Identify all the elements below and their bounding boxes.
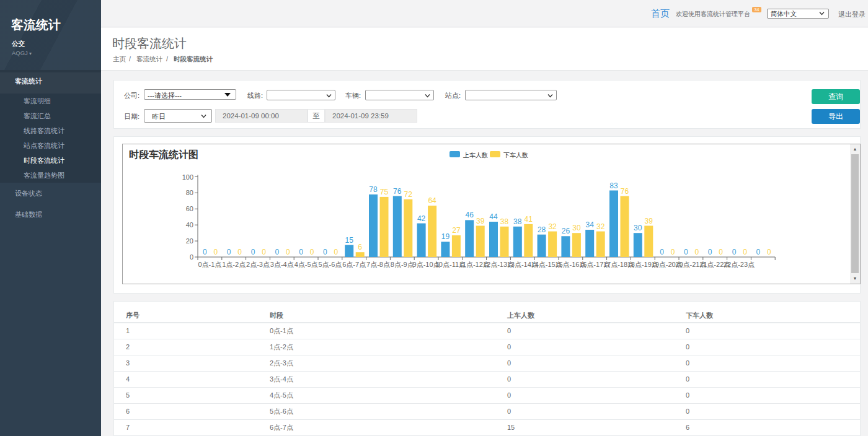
svg-text:0: 0	[660, 248, 664, 256]
svg-text:0: 0	[286, 248, 290, 256]
svg-text:39: 39	[645, 217, 653, 225]
svg-text:39: 39	[476, 217, 485, 225]
svg-text:3点-4点: 3点-4点	[270, 261, 294, 268]
svg-text:38: 38	[513, 217, 522, 226]
svg-text:28: 28	[538, 225, 546, 234]
svg-text:75: 75	[380, 188, 389, 196]
svg-text:80: 80	[186, 189, 193, 196]
svg-text:5点-6点: 5点-6点	[318, 261, 342, 268]
svg-text:44: 44	[489, 212, 498, 221]
svg-text:30: 30	[634, 224, 642, 232]
svg-text:32: 32	[596, 222, 605, 231]
svg-text:72: 72	[404, 190, 413, 199]
svg-text:83: 83	[609, 181, 618, 190]
svg-text:7点-8点: 7点-8点	[366, 261, 390, 268]
svg-text:0: 0	[695, 248, 699, 256]
svg-text:41: 41	[525, 215, 533, 224]
svg-text:0: 0	[719, 248, 723, 256]
svg-text:26: 26	[562, 227, 570, 235]
svg-text:0点-1点: 0点-1点	[198, 261, 221, 268]
svg-text:19: 19	[441, 232, 450, 241]
svg-text:6: 6	[358, 243, 362, 251]
svg-text:30: 30	[572, 224, 581, 232]
svg-text:42: 42	[417, 214, 426, 223]
svg-text:15: 15	[345, 236, 354, 245]
svg-text:0: 0	[671, 248, 675, 256]
svg-text:22点-23点: 22点-23点	[724, 261, 755, 268]
svg-text:0: 0	[227, 248, 231, 256]
svg-text:27: 27	[452, 226, 461, 235]
svg-text:40: 40	[186, 221, 193, 229]
svg-text:38: 38	[500, 217, 509, 226]
svg-text:76: 76	[393, 187, 402, 196]
svg-text:0: 0	[767, 248, 771, 256]
svg-text:76: 76	[621, 187, 629, 196]
svg-text:0: 0	[684, 248, 688, 256]
svg-text:0: 0	[708, 248, 712, 256]
svg-text:0: 0	[299, 248, 303, 256]
svg-text:60: 60	[186, 205, 193, 212]
svg-text:0: 0	[203, 248, 207, 256]
svg-text:8点-9点: 8点-9点	[391, 261, 414, 268]
svg-text:34: 34	[586, 220, 595, 229]
svg-text:0: 0	[251, 248, 255, 256]
svg-text:0: 0	[732, 248, 737, 256]
svg-text:1点-2点: 1点-2点	[222, 261, 246, 268]
svg-text:78: 78	[369, 185, 378, 194]
svg-text:0: 0	[190, 253, 193, 261]
svg-text:46: 46	[466, 211, 474, 219]
svg-text:2点-3点: 2点-3点	[246, 261, 270, 268]
svg-text:4点-5点: 4点-5点	[294, 261, 318, 268]
svg-text:0: 0	[323, 248, 327, 256]
svg-text:64: 64	[428, 196, 436, 205]
svg-text:100: 100	[182, 173, 193, 181]
svg-text:0: 0	[214, 248, 218, 256]
svg-text:0: 0	[237, 248, 242, 256]
svg-text:20: 20	[186, 237, 193, 245]
svg-text:6点-7点: 6点-7点	[342, 261, 366, 268]
svg-text:32: 32	[548, 222, 557, 231]
svg-text:0: 0	[310, 248, 314, 256]
svg-text:0: 0	[743, 248, 747, 256]
svg-text:0: 0	[756, 248, 760, 256]
svg-text:0: 0	[262, 248, 266, 256]
svg-text:0: 0	[334, 248, 339, 256]
svg-text:0: 0	[275, 248, 279, 256]
